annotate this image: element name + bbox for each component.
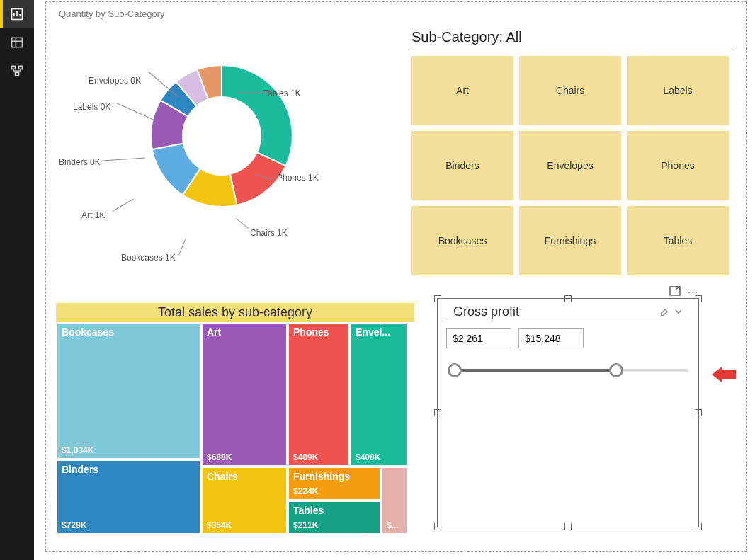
range-slider[interactable] xyxy=(448,362,688,379)
treemap-box-phones[interactable]: Phones$489K xyxy=(288,322,350,467)
treemap-body: Bookcases$1,034K Binders$728K Art$688K C… xyxy=(56,322,409,535)
treemap-box-value: $354K xyxy=(207,520,232,530)
sidebar-item-data[interactable] xyxy=(0,28,34,57)
treemap-box-value: $224K xyxy=(293,486,318,496)
treemap-box-art[interactable]: Art$688K xyxy=(201,322,288,467)
svg-rect-4 xyxy=(16,73,19,76)
treemap-box-value: $1,034K xyxy=(62,445,93,455)
slicer-tile[interactable]: Tables xyxy=(627,206,729,275)
donut-chart-visual[interactable]: Quantity by Sub-Category Tables 1K Phone… xyxy=(53,5,407,292)
donut-label-envelopes: Envelopes 0K xyxy=(89,76,141,86)
slicer-tile[interactable]: Art xyxy=(411,56,513,125)
treemap-box-label: Tables xyxy=(293,505,324,516)
model-view-icon xyxy=(10,64,24,78)
slicer-tile[interactable]: Labels xyxy=(627,56,729,125)
slicer-tiles-grid: Art Chairs Labels Binders Envelopes Phon… xyxy=(407,53,739,278)
svg-rect-3 xyxy=(19,66,23,69)
treemap-box-binders[interactable]: Binders$728K xyxy=(56,459,201,535)
treemap-box-label: Chairs xyxy=(207,471,238,482)
range-max-input[interactable] xyxy=(518,328,584,348)
treemap-box-label: Bookcases xyxy=(62,326,114,338)
donut-label-art: Art 1K xyxy=(81,210,105,220)
donut-title: Quantity by Sub-Category xyxy=(53,5,407,19)
donut-label-labels: Labels 0K xyxy=(73,102,110,112)
report-canvas: Quantity by Sub-Category Tables 1K Phone… xyxy=(45,1,747,552)
slider-thumb-max[interactable] xyxy=(609,363,623,377)
treemap-box-label: Phones xyxy=(293,326,329,338)
treemap-box-label: Art xyxy=(207,326,221,338)
treemap-box-value: $... xyxy=(387,520,399,530)
donut-svg xyxy=(144,58,300,214)
slicer-tile[interactable]: Phones xyxy=(627,131,729,200)
treemap-box-label: Envel... xyxy=(356,326,390,338)
treemap-box-value: $211K xyxy=(293,520,318,530)
red-arrow-callout xyxy=(712,367,736,382)
slider-thumb-min[interactable] xyxy=(448,363,462,377)
slicer-tile[interactable]: Bookcases xyxy=(411,206,513,275)
svg-rect-2 xyxy=(12,66,16,69)
treemap-box-chairs[interactable]: Chairs$354K xyxy=(201,467,288,535)
treemap-box-value: $728K xyxy=(62,520,86,530)
svg-rect-1 xyxy=(12,38,23,47)
svg-rect-5 xyxy=(670,287,680,295)
donut-label-bookcases: Bookcases 1K xyxy=(121,253,176,263)
slicer-tile[interactable]: Binders xyxy=(411,131,513,200)
gross-profit-range-slicer[interactable]: ··· Gross profit xyxy=(437,298,699,527)
chevron-down-icon[interactable] xyxy=(674,304,683,319)
donut-label-tables: Tables 1K xyxy=(263,88,301,98)
sidebar-item-report[interactable] xyxy=(0,0,34,28)
treemap-box-labels[interactable]: $... xyxy=(381,467,408,535)
donut-label-phones: Phones 1K xyxy=(277,173,319,183)
treemap-box-bookcases[interactable]: Bookcases$1,034K xyxy=(56,322,201,459)
range-min-input[interactable] xyxy=(446,328,511,348)
treemap-box-tables[interactable]: Tables$211K xyxy=(288,501,381,535)
slicer-tile[interactable]: Chairs xyxy=(519,56,621,125)
report-view-icon xyxy=(10,7,24,21)
slicer-title: Sub-Category: All xyxy=(411,29,734,47)
sidebar-item-model[interactable] xyxy=(0,57,34,85)
treemap-box-label: Binders xyxy=(62,464,98,475)
slider-fill xyxy=(452,369,618,372)
eraser-icon[interactable] xyxy=(659,304,669,319)
treemap-box-envelopes[interactable]: Envel...$408K xyxy=(350,322,408,467)
donut-body: Tables 1K Phones 1K Chairs 1K Bookcases … xyxy=(53,19,407,288)
treemap-visual[interactable]: Total sales by sub-category Bookcases$1,… xyxy=(56,303,414,539)
treemap-box-label: Furnishings xyxy=(293,471,350,482)
treemap-box-value: $688K xyxy=(207,452,232,462)
treemap-title: Total sales by sub-category xyxy=(56,303,414,322)
left-sidebar xyxy=(0,0,34,560)
treemap-box-value: $408K xyxy=(356,452,380,462)
focus-mode-icon[interactable] xyxy=(669,286,681,298)
slicer-tile[interactable]: Furnishings xyxy=(519,206,621,275)
data-view-icon xyxy=(10,35,24,50)
subcategory-tile-slicer[interactable]: Sub-Category: All Art Chairs Labels Bind… xyxy=(407,29,739,284)
donut-label-chairs: Chairs 1K xyxy=(250,228,288,238)
range-title: Gross profit xyxy=(453,304,519,319)
slicer-tile[interactable]: Envelopes xyxy=(519,131,621,200)
treemap-box-furnishings[interactable]: Furnishings$224K xyxy=(288,467,381,501)
donut-label-binders: Binders 0K xyxy=(59,157,91,167)
treemap-box-value: $489K xyxy=(293,452,318,462)
